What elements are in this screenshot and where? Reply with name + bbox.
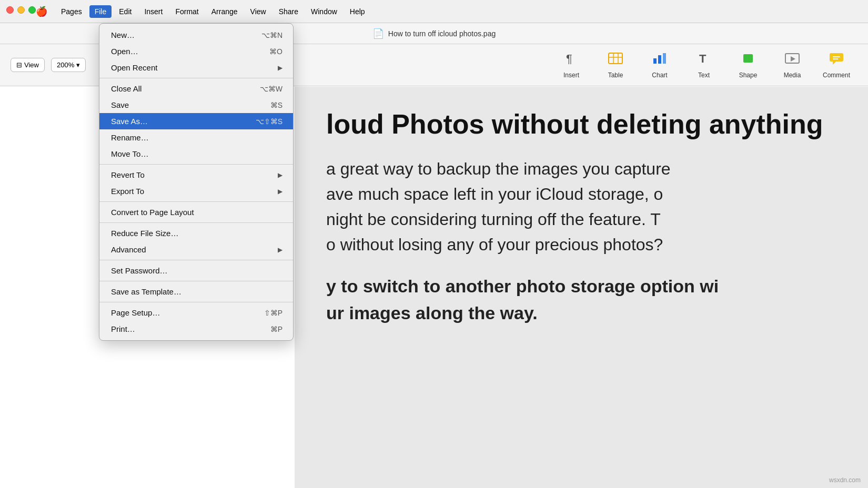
- menu-item-label-new: New…: [111, 30, 240, 39]
- svg-rect-1: [609, 53, 622, 64]
- menu-item-label-open_recent: Open Recent: [111, 63, 278, 72]
- media-icon: [784, 51, 800, 69]
- file-menu: New…⌥⌘NOpen…⌘OOpen Recent▶Close All⌥⌘WSa…: [99, 23, 294, 341]
- menu-item-new[interactable]: New…⌥⌘N: [99, 27, 293, 43]
- toolbar-btn-media[interactable]: Media: [771, 48, 813, 82]
- menu-item-label-save_as: Save As…: [111, 117, 235, 126]
- menu-item-revert_to[interactable]: Revert To▶: [99, 167, 293, 183]
- toolbar-btn-chart[interactable]: Chart: [639, 48, 681, 82]
- menu-item-label-convert_to_page_layout: Convert to Page Layout: [111, 208, 282, 217]
- insert-icon: ¶: [564, 51, 579, 69]
- menu-item-label-advanced: Advanced: [111, 245, 278, 254]
- menubar-item-view[interactable]: View: [245, 5, 271, 18]
- menubar-item-window[interactable]: Window: [306, 5, 342, 18]
- table-icon: [608, 51, 623, 69]
- menu-item-arrow-advanced: ▶: [278, 246, 282, 253]
- view-button[interactable]: ⊟ View: [11, 58, 45, 72]
- menu-item-label-open: Open…: [111, 47, 248, 56]
- menu-item-reduce_file_size[interactable]: Reduce File Size…: [99, 225, 293, 241]
- zoom-button[interactable]: 200% ▾: [51, 58, 86, 72]
- svg-rect-6: [658, 55, 661, 64]
- menubar-item-arrange[interactable]: Arrange: [206, 5, 243, 18]
- doc-body-bold: y to switch to another photo storage opt…: [326, 273, 836, 327]
- menu-item-label-rename: Rename…: [111, 133, 282, 142]
- menu-item-rename[interactable]: Rename…: [99, 129, 293, 146]
- svg-text:¶: ¶: [566, 52, 572, 65]
- toolbar-btn-table[interactable]: Table: [594, 48, 637, 82]
- menu-separator: [99, 281, 293, 281]
- menu-separator: [99, 222, 293, 223]
- menu-item-shortcut-save: ⌘S: [270, 101, 282, 109]
- zoom-chevron-icon: ▾: [76, 61, 80, 69]
- svg-text:T: T: [699, 52, 706, 65]
- close-button[interactable]: [6, 6, 14, 14]
- menu-item-label-move_to: Move To…: [111, 149, 282, 158]
- menu-item-shortcut-new: ⌥⌘N: [261, 31, 282, 39]
- menu-separator: [99, 78, 293, 78]
- menubar-item-insert[interactable]: Insert: [139, 5, 168, 18]
- menu-separator: [99, 164, 293, 165]
- menu-item-export_to[interactable]: Export To▶: [99, 183, 293, 199]
- menubar-item-file[interactable]: File: [89, 5, 112, 18]
- menu-item-label-print: Print…: [111, 324, 249, 333]
- view-label: View: [24, 61, 39, 69]
- menu-item-label-page_setup: Page Setup…: [111, 308, 243, 317]
- svg-marker-13: [833, 62, 836, 65]
- toolbar-btn-insert[interactable]: ¶Insert: [550, 48, 592, 82]
- apple-menu[interactable]: 🍎: [36, 6, 47, 17]
- menubar-item-format[interactable]: Format: [170, 5, 204, 18]
- menu-item-page_setup[interactable]: Page Setup…⇧⌘P: [99, 304, 293, 321]
- comment-icon: [829, 51, 844, 69]
- traffic-lights: [6, 6, 36, 14]
- menu-item-move_to[interactable]: Move To…: [99, 146, 293, 162]
- svg-marker-11: [791, 56, 795, 62]
- svg-rect-5: [653, 58, 657, 64]
- menu-item-open[interactable]: Open…⌘O: [99, 43, 293, 59]
- menu-item-arrow-open_recent: ▶: [278, 64, 282, 72]
- toolbar-btn-shape[interactable]: Shape: [727, 48, 769, 82]
- menu-item-label-set_password: Set Password…: [111, 266, 282, 275]
- toolbar-btn-text[interactable]: TText: [683, 48, 725, 82]
- fullscreen-button[interactable]: [28, 6, 36, 14]
- menu-item-shortcut-close_all: ⌥⌘W: [260, 85, 282, 93]
- menu-item-shortcut-save_as: ⌥⇧⌘S: [256, 117, 282, 126]
- menubar-item-pages[interactable]: Pages: [56, 5, 87, 18]
- menu-item-close_all[interactable]: Close All⌥⌘W: [99, 80, 293, 97]
- menu-separator: [99, 302, 293, 302]
- text-icon: T: [696, 51, 712, 69]
- menu-item-label-save: Save: [111, 100, 249, 109]
- menu-item-label-export_to: Export To: [111, 187, 278, 196]
- text-label: Text: [698, 72, 710, 79]
- shape-icon: [740, 51, 756, 69]
- menu-item-label-reduce_file_size: Reduce File Size…: [111, 229, 282, 238]
- media-label: Media: [784, 72, 801, 79]
- doc-title: How to turn off icloud photos.pag: [388, 29, 496, 38]
- menu-item-convert_to_page_layout[interactable]: Convert to Page Layout: [99, 204, 293, 220]
- toolbar-btn-comment[interactable]: Comment: [815, 48, 857, 82]
- menu-item-save_as[interactable]: Save As…⌥⇧⌘S: [99, 113, 293, 129]
- menu-item-advanced[interactable]: Advanced▶: [99, 241, 293, 258]
- watermark: wsxdn.com: [829, 476, 861, 484]
- menu-item-open_recent[interactable]: Open Recent▶: [99, 59, 293, 76]
- menu-separator: [99, 201, 293, 202]
- shape-label: Shape: [739, 72, 758, 79]
- menubar-item-share[interactable]: Share: [274, 5, 304, 18]
- menubar-item-edit[interactable]: Edit: [114, 5, 137, 18]
- menu-item-save[interactable]: Save⌘S: [99, 97, 293, 113]
- minimize-button[interactable]: [17, 6, 25, 14]
- zoom-label: 200%: [57, 61, 74, 69]
- menu-item-label-close_all: Close All: [111, 84, 239, 93]
- comment-label: Comment: [823, 72, 850, 79]
- insert-label: Insert: [563, 72, 579, 79]
- doc-body: a great way to backup the images you cap…: [326, 156, 836, 327]
- table-label: Table: [608, 72, 623, 79]
- file-menu-dropdown: New…⌥⌘NOpen…⌘OOpen Recent▶Close All⌥⌘WSa…: [99, 23, 294, 341]
- menu-item-shortcut-print: ⌘P: [270, 325, 282, 333]
- chart-label: Chart: [652, 72, 667, 79]
- menu-item-save_as_template[interactable]: Save as Template…: [99, 283, 293, 300]
- menu-item-print[interactable]: Print…⌘P: [99, 321, 293, 337]
- menu-separator: [99, 260, 293, 260]
- svg-rect-7: [663, 53, 666, 64]
- menubar-item-help[interactable]: Help: [345, 5, 370, 18]
- menu-item-set_password[interactable]: Set Password…: [99, 262, 293, 279]
